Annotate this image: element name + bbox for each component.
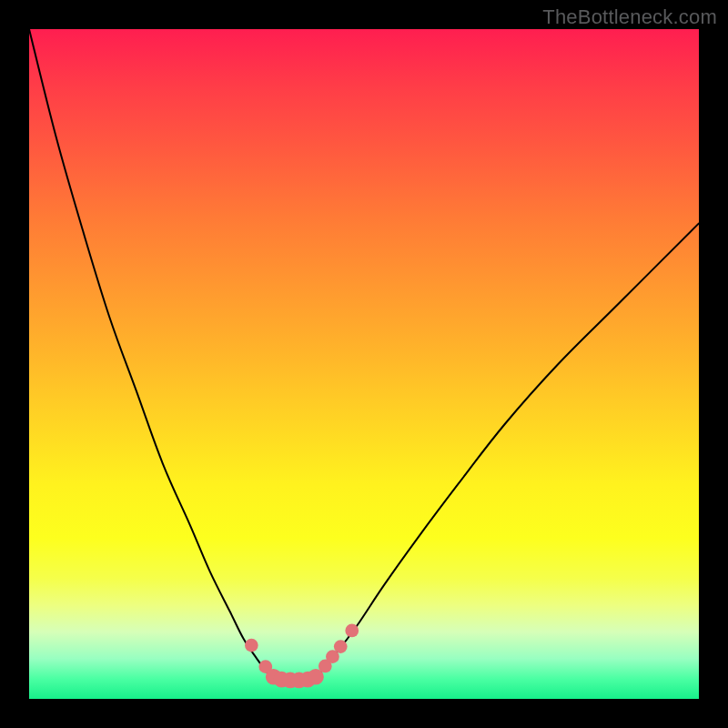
chart-frame: { "watermark": "TheBottleneck.com", "col… [0,0,728,728]
marker-dot [245,639,258,652]
watermark-text: TheBottleneck.com [542,5,717,29]
bottleneck-curve [29,29,699,682]
curve-right-branch [315,223,699,677]
chart-svg [29,29,699,699]
marker-dot [345,624,359,638]
curve-left-branch [29,29,272,677]
data-markers [245,624,359,689]
marker-dot [334,640,348,653]
